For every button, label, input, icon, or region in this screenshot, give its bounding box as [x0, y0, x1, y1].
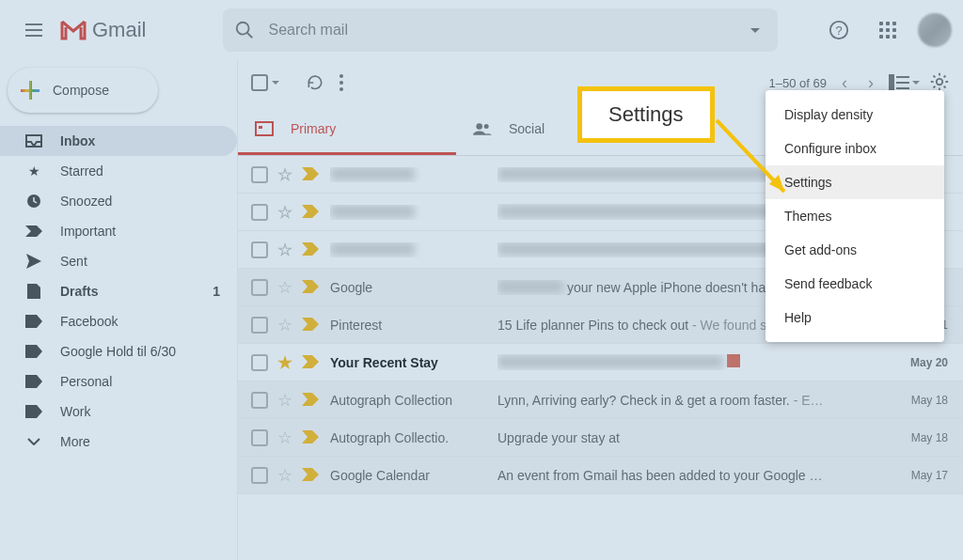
mail-row[interactable]: ☆Google CalendarAn event from Gmail has … [238, 457, 963, 494]
account-avatar[interactable] [918, 13, 952, 47]
star-toggle[interactable]: ☆ [277, 390, 292, 411]
star-toggle[interactable]: ☆ [277, 465, 292, 486]
important-icon [24, 222, 43, 241]
apps-button[interactable] [869, 11, 907, 49]
svg-point-13 [476, 123, 482, 130]
row-checkbox[interactable] [251, 241, 268, 258]
input-mode-button[interactable] [889, 74, 920, 91]
sidebar-item-label: Snoozed [60, 194, 112, 209]
star-toggle[interactable]: ☆ [277, 202, 292, 223]
compose-button[interactable]: Compose [8, 68, 158, 113]
search-options-dropdown[interactable] [744, 19, 766, 41]
row-checkbox[interactable] [251, 166, 268, 183]
mail-sender: xxxx [330, 167, 497, 182]
sidebar: Compose Inbox ★Starred Snoozed Important… [0, 60, 237, 560]
people-icon [473, 119, 492, 138]
sidebar-item-label: Personal [60, 374, 112, 389]
select-dropdown[interactable] [272, 81, 279, 85]
sidebar-item-drafts[interactable]: Drafts1 [0, 276, 237, 306]
sidebar-item-label: Drafts [60, 284, 98, 299]
sidebar-item-facebook[interactable]: Facebook [0, 306, 237, 336]
important-marker[interactable] [302, 205, 317, 220]
menu-send-feedback[interactable]: Send feedback [766, 267, 944, 301]
row-checkbox[interactable] [251, 279, 268, 296]
mail-date: May 18 [898, 394, 950, 407]
sidebar-item-more[interactable]: More [0, 427, 237, 457]
search-input[interactable] [268, 22, 744, 39]
search-bar[interactable] [223, 8, 778, 52]
star-toggle[interactable]: ☆ [277, 428, 292, 448]
sidebar-item-google-hold[interactable]: Google Hold til 6/30 [0, 336, 237, 366]
menu-configure-inbox[interactable]: Configure inbox [766, 132, 944, 165]
help-button[interactable]: ? [820, 11, 858, 49]
drafts-badge: 1 [213, 284, 220, 299]
mail-date: May 18 [898, 431, 950, 444]
important-marker[interactable] [302, 393, 317, 408]
more-actions-button[interactable] [339, 74, 343, 91]
mail-sender: xxxx [330, 242, 497, 257]
important-marker[interactable] [302, 242, 317, 257]
gmail-logo[interactable]: Gmail [60, 18, 146, 42]
menu-themes[interactable]: Themes [766, 199, 944, 233]
settings-menu: Display density Configure inbox Settings… [766, 90, 944, 342]
star-toggle[interactable]: ☆ [277, 315, 292, 335]
pagination-range: 1–50 of 69 [769, 76, 827, 90]
star-toggle[interactable]: ☆ [277, 240, 292, 260]
mail-date: May 17 [898, 469, 950, 482]
svg-rect-8 [896, 82, 909, 84]
tab-label: Primary [291, 121, 336, 136]
inbox-icon [255, 119, 274, 138]
sidebar-item-inbox[interactable]: Inbox [0, 126, 237, 156]
important-marker[interactable] [302, 318, 317, 333]
annotation-callout: Settings [577, 86, 715, 143]
mail-row[interactable]: ☆Autograph Collectio.Upgrade your stay a… [238, 419, 963, 457]
select-all-checkbox[interactable] [251, 74, 268, 91]
row-checkbox[interactable] [251, 204, 268, 221]
menu-get-addons[interactable]: Get add-ons [766, 233, 944, 267]
star-toggle[interactable]: ★ [277, 352, 292, 373]
sidebar-item-work[interactable]: Work [0, 397, 237, 427]
mail-sender: Your Recent Stay [330, 355, 497, 370]
svg-point-10 [937, 78, 942, 84]
mail-sender: Google Calendar [330, 468, 497, 483]
refresh-button[interactable] [306, 73, 324, 92]
label-icon [24, 342, 43, 361]
row-checkbox[interactable] [251, 392, 268, 409]
star-toggle[interactable]: ☆ [277, 277, 292, 298]
sidebar-item-important[interactable]: Important [0, 216, 237, 246]
svg-rect-7 [896, 76, 909, 78]
main-menu-button[interactable] [11, 8, 56, 53]
tab-primary[interactable]: Primary [238, 105, 456, 155]
svg-rect-9 [896, 87, 909, 89]
mail-sender: Autograph Collection [330, 393, 497, 408]
row-checkbox[interactable] [251, 429, 268, 446]
star-toggle[interactable]: ☆ [277, 164, 292, 185]
important-marker[interactable] [302, 167, 317, 182]
help-icon: ? [829, 20, 849, 40]
mail-row[interactable]: ☆Autograph CollectionLynn, Arriving earl… [238, 381, 963, 419]
sidebar-item-snoozed[interactable]: Snoozed [0, 186, 237, 216]
important-marker[interactable] [302, 430, 317, 445]
clock-icon [24, 192, 43, 210]
sidebar-item-starred[interactable]: ★Starred [0, 156, 237, 186]
important-marker[interactable] [302, 280, 317, 295]
menu-display-density[interactable]: Display density [766, 98, 944, 132]
tab-label: Social [509, 121, 545, 136]
menu-help[interactable]: Help [766, 301, 944, 334]
mail-subject: x [497, 354, 898, 370]
svg-rect-11 [256, 122, 273, 135]
gear-icon [929, 71, 950, 92]
menu-settings[interactable]: Settings [766, 165, 944, 199]
svg-line-1 [247, 33, 253, 39]
mail-sender: Autograph Collectio. [330, 430, 497, 445]
sidebar-item-personal[interactable]: Personal [0, 366, 237, 397]
important-marker[interactable] [302, 355, 317, 370]
svg-point-14 [484, 124, 489, 129]
mail-sender: Pinterest [330, 318, 497, 333]
important-marker[interactable] [302, 468, 317, 483]
row-checkbox[interactable] [251, 317, 268, 334]
sidebar-item-sent[interactable]: Sent [0, 246, 237, 276]
row-checkbox[interactable] [251, 467, 268, 484]
row-checkbox[interactable] [251, 354, 268, 371]
mail-row[interactable]: ★Your Recent Stayx May 20 [238, 344, 963, 381]
